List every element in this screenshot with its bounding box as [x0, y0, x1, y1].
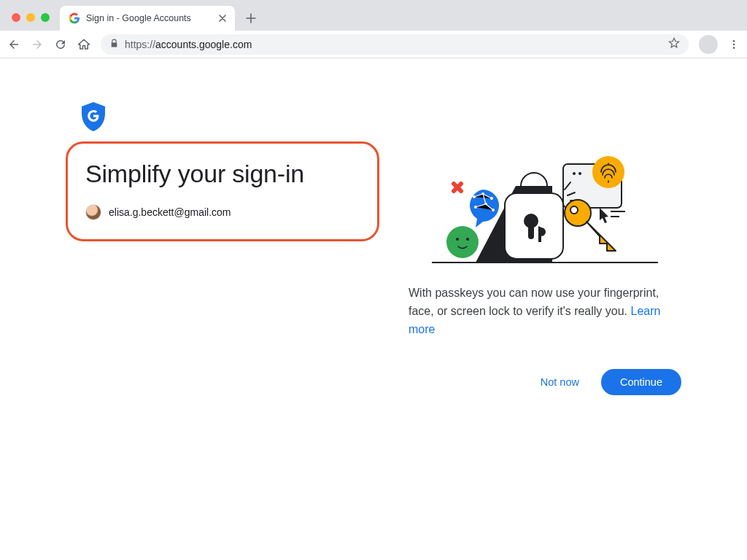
- description-text: With passkeys you can now use your finge…: [409, 284, 681, 338]
- browser-tab-strip: Sign in - Google Accounts: [0, 0, 747, 31]
- tab-title: Sign in - Google Accounts: [86, 13, 191, 23]
- window-minimize-button[interactable]: [26, 13, 35, 22]
- reload-button[interactable]: [54, 38, 67, 51]
- shield-icon: [80, 102, 107, 131]
- bookmark-button[interactable]: [668, 37, 680, 51]
- arrow-left-icon: [7, 38, 20, 51]
- svg-point-1: [733, 43, 735, 45]
- svg-point-12: [592, 156, 624, 188]
- lock-icon: [109, 39, 119, 50]
- star-icon: [668, 37, 680, 49]
- arrow-right-icon: [31, 38, 44, 51]
- right-panel: With passkeys you can now use your finge…: [409, 102, 681, 395]
- action-buttons: Not now Continue: [409, 369, 681, 395]
- continue-button[interactable]: Continue: [601, 369, 681, 395]
- svg-point-2: [733, 47, 735, 49]
- svg-point-5: [578, 172, 581, 175]
- close-icon: [219, 15, 226, 22]
- browser-tab[interactable]: Sign in - Google Accounts: [60, 6, 235, 31]
- account-chip[interactable]: elisa.g.beckett@gmail.com: [85, 204, 360, 220]
- svg-point-4: [573, 172, 576, 175]
- svg-point-0: [733, 40, 735, 42]
- svg-point-9: [570, 206, 578, 214]
- svg-point-21: [466, 238, 469, 241]
- new-tab-button[interactable]: [241, 8, 261, 28]
- browser-menu-button[interactable]: [728, 39, 740, 50]
- window-controls: [12, 13, 50, 22]
- more-vertical-icon: [728, 39, 740, 50]
- forward-button[interactable]: [31, 38, 44, 51]
- home-icon: [77, 38, 90, 51]
- avatar: [85, 204, 101, 220]
- google-favicon-icon: [69, 12, 80, 24]
- reload-icon: [54, 38, 67, 51]
- passkey-illustration: [425, 146, 665, 270]
- back-button[interactable]: [7, 38, 20, 51]
- left-panel: Simplify your sign-in elisa.g.beckett@gm…: [66, 102, 379, 395]
- page-content: Simplify your sign-in elisa.g.beckett@gm…: [0, 58, 747, 395]
- home-button[interactable]: [77, 38, 90, 51]
- page-title: Simplify your sign-in: [85, 160, 360, 188]
- browser-toolbar: https://accounts.google.com: [0, 31, 747, 58]
- account-email: elisa.g.beckett@gmail.com: [109, 206, 231, 218]
- profile-button[interactable]: [699, 35, 718, 54]
- url-text: https://accounts.google.com: [125, 39, 252, 50]
- google-shield-logo: [80, 102, 379, 134]
- plus-icon: [246, 13, 256, 23]
- window-close-button[interactable]: [12, 13, 20, 22]
- not-now-button[interactable]: Not now: [533, 370, 587, 394]
- headline-highlight-box: Simplify your sign-in elisa.g.beckett@gm…: [66, 141, 379, 241]
- svg-point-20: [456, 238, 459, 241]
- tab-close-button[interactable]: [219, 12, 226, 24]
- address-bar[interactable]: https://accounts.google.com: [101, 34, 689, 55]
- svg-point-19: [446, 226, 479, 258]
- window-maximize-button[interactable]: [41, 13, 50, 22]
